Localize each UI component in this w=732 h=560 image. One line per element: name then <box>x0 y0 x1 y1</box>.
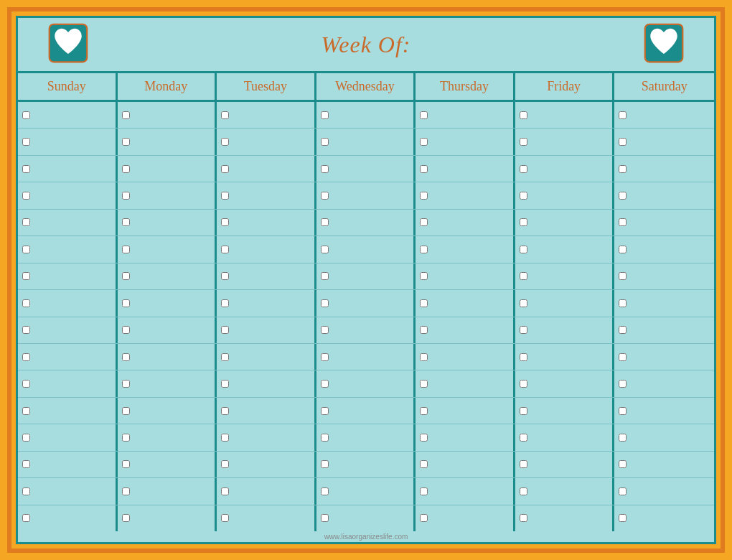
task-checkbox[interactable] <box>221 487 229 495</box>
task-checkbox[interactable] <box>221 353 229 361</box>
task-checkbox[interactable] <box>520 272 527 280</box>
task-checkbox[interactable] <box>321 246 329 253</box>
task-checkbox[interactable] <box>321 192 329 200</box>
task-checkbox[interactable] <box>420 380 428 388</box>
task-checkbox[interactable] <box>122 487 130 495</box>
task-checkbox[interactable] <box>420 192 428 200</box>
task-checkbox[interactable] <box>321 434 329 442</box>
task-checkbox[interactable] <box>321 407 329 415</box>
task-checkbox[interactable] <box>321 218 329 226</box>
task-checkbox[interactable] <box>619 353 627 361</box>
task-checkbox[interactable] <box>321 380 329 388</box>
task-checkbox[interactable] <box>619 272 627 280</box>
task-checkbox[interactable] <box>619 299 627 307</box>
task-checkbox[interactable] <box>122 514 130 522</box>
task-checkbox[interactable] <box>321 460 329 468</box>
task-checkbox[interactable] <box>619 380 627 388</box>
task-checkbox[interactable] <box>221 434 229 442</box>
task-checkbox[interactable] <box>619 246 627 253</box>
task-checkbox[interactable] <box>122 111 130 119</box>
task-checkbox[interactable] <box>22 299 30 307</box>
task-checkbox[interactable] <box>221 246 229 253</box>
task-checkbox[interactable] <box>420 218 428 226</box>
task-checkbox[interactable] <box>221 165 229 173</box>
task-checkbox[interactable] <box>520 514 527 522</box>
task-checkbox[interactable] <box>221 460 229 468</box>
task-checkbox[interactable] <box>122 380 130 388</box>
task-checkbox[interactable] <box>122 246 130 253</box>
task-checkbox[interactable] <box>520 326 527 334</box>
task-checkbox[interactable] <box>122 192 130 200</box>
task-checkbox[interactable] <box>420 460 428 468</box>
task-checkbox[interactable] <box>420 353 428 361</box>
task-checkbox[interactable] <box>619 407 627 415</box>
task-checkbox[interactable] <box>520 192 527 200</box>
task-checkbox[interactable] <box>221 138 229 146</box>
task-checkbox[interactable] <box>221 299 229 307</box>
task-checkbox[interactable] <box>420 111 428 119</box>
task-checkbox[interactable] <box>22 326 30 334</box>
task-checkbox[interactable] <box>420 514 428 522</box>
task-checkbox[interactable] <box>520 434 527 442</box>
task-checkbox[interactable] <box>420 138 428 146</box>
task-checkbox[interactable] <box>22 192 30 200</box>
task-checkbox[interactable] <box>520 246 527 253</box>
task-checkbox[interactable] <box>22 165 30 173</box>
task-checkbox[interactable] <box>520 165 527 173</box>
task-checkbox[interactable] <box>221 380 229 388</box>
task-checkbox[interactable] <box>619 514 627 522</box>
task-checkbox[interactable] <box>321 353 329 361</box>
task-checkbox[interactable] <box>420 272 428 280</box>
task-checkbox[interactable] <box>22 514 30 522</box>
task-checkbox[interactable] <box>321 514 329 522</box>
task-checkbox[interactable] <box>520 111 527 119</box>
task-checkbox[interactable] <box>520 218 527 226</box>
task-checkbox[interactable] <box>420 246 428 253</box>
task-checkbox[interactable] <box>420 299 428 307</box>
task-checkbox[interactable] <box>520 138 527 146</box>
task-checkbox[interactable] <box>619 487 627 495</box>
task-checkbox[interactable] <box>122 434 130 442</box>
task-checkbox[interactable] <box>619 460 627 468</box>
task-checkbox[interactable] <box>122 272 130 280</box>
task-checkbox[interactable] <box>22 407 30 415</box>
task-checkbox[interactable] <box>321 165 329 173</box>
task-checkbox[interactable] <box>520 299 527 307</box>
task-checkbox[interactable] <box>520 407 527 415</box>
task-checkbox[interactable] <box>221 407 229 415</box>
task-checkbox[interactable] <box>22 111 30 119</box>
task-checkbox[interactable] <box>321 272 329 280</box>
task-checkbox[interactable] <box>221 218 229 226</box>
task-checkbox[interactable] <box>122 407 130 415</box>
task-checkbox[interactable] <box>619 138 627 146</box>
task-checkbox[interactable] <box>22 218 30 226</box>
task-checkbox[interactable] <box>619 434 627 442</box>
task-checkbox[interactable] <box>22 138 30 146</box>
task-checkbox[interactable] <box>22 434 30 442</box>
task-checkbox[interactable] <box>122 165 130 173</box>
task-checkbox[interactable] <box>221 272 229 280</box>
task-checkbox[interactable] <box>221 111 229 119</box>
task-checkbox[interactable] <box>122 460 130 468</box>
task-checkbox[interactable] <box>420 407 428 415</box>
task-checkbox[interactable] <box>221 514 229 522</box>
task-checkbox[interactable] <box>420 326 428 334</box>
task-checkbox[interactable] <box>122 353 130 361</box>
task-checkbox[interactable] <box>22 460 30 468</box>
task-checkbox[interactable] <box>619 165 627 173</box>
task-checkbox[interactable] <box>22 487 30 495</box>
task-checkbox[interactable] <box>22 246 30 253</box>
task-checkbox[interactable] <box>420 487 428 495</box>
task-checkbox[interactable] <box>520 353 527 361</box>
task-checkbox[interactable] <box>321 487 329 495</box>
task-checkbox[interactable] <box>321 111 329 119</box>
task-checkbox[interactable] <box>321 299 329 307</box>
task-checkbox[interactable] <box>221 326 229 334</box>
task-checkbox[interactable] <box>619 111 627 119</box>
task-checkbox[interactable] <box>619 218 627 226</box>
task-checkbox[interactable] <box>22 353 30 361</box>
task-checkbox[interactable] <box>122 218 130 226</box>
task-checkbox[interactable] <box>619 326 627 334</box>
task-checkbox[interactable] <box>420 165 428 173</box>
task-checkbox[interactable] <box>520 460 527 468</box>
